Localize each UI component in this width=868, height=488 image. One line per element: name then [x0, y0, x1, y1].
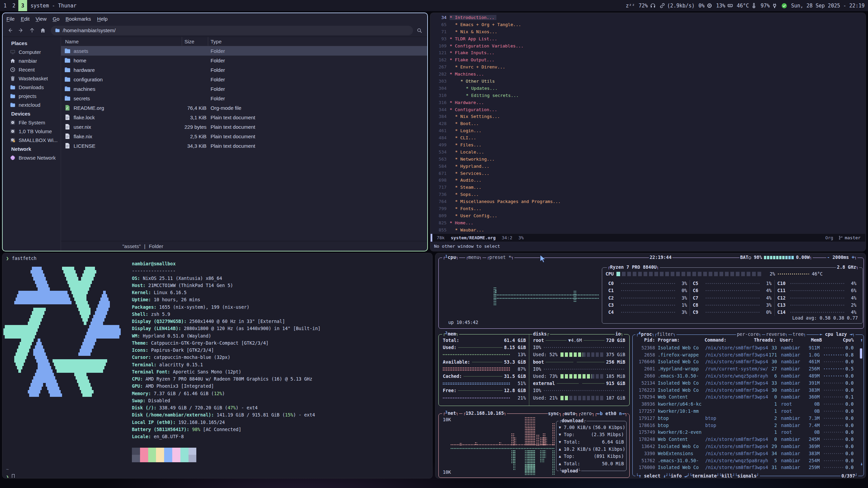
file-row[interactable]: configuration Folder [61, 75, 427, 84]
header-cpu[interactable]: Cpu% [840, 338, 854, 343]
proc-row[interactable]: 52134 Isolated Web Co /nix/store/sm8fmrf… [636, 380, 860, 387]
info-button[interactable]: info [671, 473, 682, 478]
header-threads[interactable]: Threads: [745, 338, 776, 343]
file-row[interactable]: home Folder [61, 56, 427, 65]
tree-button[interactable]: tree┐ [792, 331, 807, 338]
column-header-type[interactable]: Type [208, 39, 427, 44]
proc-row[interactable]: 176646 Isolated Web Co /nix/store/sm8fmr… [636, 359, 860, 366]
header-program[interactable]: Program: [658, 338, 680, 343]
header-memb[interactable]: MemB [806, 338, 822, 343]
header-pid[interactable]: Pid: [636, 338, 655, 343]
scroll-down-arrow[interactable]: ↓ [860, 461, 863, 466]
net-auto[interactable]: auto [565, 411, 575, 416]
file-row[interactable]: machines Folder [61, 84, 427, 94]
idle-inhibitor[interactable]: zᶻᶻ [626, 3, 635, 9]
back-button[interactable] [5, 26, 15, 35]
sidebar-item[interactable]: Downloads [3, 83, 61, 92]
proc-row[interactable]: 176223 Isolated Web Co /nix/store/sm8fmr… [636, 387, 860, 394]
net-tab[interactable]: ┌3net┐ [442, 410, 459, 417]
proc-row[interactable]: 51762 .emacs-31.0.50- /nix/store/wnqz5pa… [636, 457, 860, 464]
net-next-iface[interactable]: n→ [619, 411, 625, 416]
workspace-button[interactable]: 3 [18, 0, 27, 11]
sidebar-item[interactable]: Computer [3, 47, 61, 56]
sidebar-item[interactable]: nambiar [3, 56, 61, 65]
workspace-button[interactable]: 2 [9, 0, 18, 11]
proc-row[interactable]: 2601 .Hyprland-wrapp /run/current-system… [636, 365, 860, 372]
terminate-button[interactable]: terminate [692, 473, 717, 478]
cpu-tab[interactable]: ┌1cpu┐ [442, 254, 459, 261]
menu-item[interactable]: Go [50, 14, 62, 23]
reverse-button[interactable]: reverse┐ [765, 331, 788, 338]
sidebar-item[interactable]: Devices [3, 109, 61, 118]
path-bar[interactable]: /home/nambiar/system/ [51, 26, 413, 35]
sidebar-item[interactable]: 1,0 TB Volume [3, 127, 61, 136]
sidebar-item[interactable]: Browse Network [3, 153, 61, 162]
sidebar-item[interactable]: File System [3, 118, 61, 127]
net-sync[interactable]: sync [548, 411, 559, 416]
preset-button[interactable]: ┌preset *┐ [486, 254, 514, 261]
menu-item[interactable]: File [3, 14, 18, 23]
rate-increase[interactable]: + [852, 254, 854, 261]
sidebar-item[interactable]: projects [3, 92, 61, 100]
scroll-up-arrow[interactable]: ↑ [860, 338, 863, 343]
file-row[interactable]: hardware Folder [61, 65, 427, 75]
menu-button[interactable]: ┌menu┐ [465, 254, 482, 261]
sidebar-item[interactable]: Network [3, 144, 61, 153]
proc-row[interactable]: 178616 btop btop 2 nambiar 7.4M 0.0 [636, 422, 860, 429]
net-zero[interactable]: zero [581, 411, 592, 416]
column-header-name[interactable]: Name [61, 37, 182, 46]
org-buffer[interactable]: 34 * Introduction... 65 * Emacs + Org + … [431, 13, 865, 234]
mem-tab[interactable]: ┌2mem┐ [442, 331, 459, 338]
kill-button[interactable]: kill [722, 473, 732, 478]
sidebar-item[interactable]: Wastebasket [3, 74, 61, 83]
disks-tab[interactable]: disks┌ [532, 331, 550, 338]
file-row[interactable]: flake.lock 3,1 KiB Plain text document [61, 113, 427, 122]
workspace-button[interactable]: 1 [1, 0, 9, 11]
proc-row[interactable]: 175749 kworker/6:2-even 1 root 0B 0.0 [636, 429, 860, 436]
proc-row[interactable]: 52368 Isolated Web Co /nix/store/sm8fmrf… [636, 344, 860, 351]
net-prev-iface[interactable]: ←b [597, 411, 603, 416]
menu-item[interactable]: View [33, 14, 50, 23]
sidebar-item[interactable]: Places [3, 39, 61, 47]
search-button[interactable] [414, 26, 425, 35]
file-row[interactable]: secrets Folder [61, 94, 427, 103]
proc-row[interactable]: 3390 WebExtensions /nix/store/sm8fmrf3wp… [636, 450, 860, 457]
proc-row[interactable]: 179127 btop btop 2 nambiar 7.3M 0.0 [636, 415, 860, 422]
forward-button[interactable] [16, 26, 26, 35]
proc-row[interactable]: 13642 Isolated Web Co /nix/store/sm8fmrf… [636, 443, 860, 450]
proc-row[interactable]: 176000 Isolated Web Co /nix/store/sm8fmr… [636, 464, 860, 471]
terminal[interactable]: ❯ fastfetch nambiar@smallbox -----------… [3, 253, 432, 478]
select-button[interactable]: select [644, 473, 660, 478]
proc-row[interactable]: 38936 kworker/u64:6-kc 1 root 0B 0.0 [636, 401, 860, 408]
file-row[interactable]: user.nix 229 bytes Plain text document [61, 122, 427, 131]
filter-button[interactable]: ┌filter┐ [654, 331, 676, 338]
sidebar-item[interactable]: SMALLBOX Wi... [3, 136, 61, 144]
major-mode[interactable]: Org [825, 235, 833, 240]
proc-row[interactable]: 2660 .emacs-31.0.50- /nix/store/wnqz5pa8… [636, 372, 860, 380]
up-button[interactable] [27, 26, 37, 35]
home-button[interactable] [38, 26, 47, 35]
header-command[interactable]: Command: [705, 338, 727, 343]
file-row[interactable]: LICENSE 34,3 KiB Plain text document [61, 141, 427, 150]
file-row[interactable]: flake.nix 2,5 KiB Plain text document [61, 131, 427, 141]
file-row[interactable]: assets Folder [61, 46, 427, 56]
proc-row[interactable]: 178294 Web Content /nix/store/sm8fmrf3wp… [636, 394, 860, 401]
menu-item[interactable]: Help [94, 14, 111, 23]
column-header-size[interactable]: Size [182, 37, 208, 46]
proc-tab[interactable]: ┌4proc┐ [635, 331, 655, 338]
per-core-button[interactable]: per-core┐ [736, 331, 762, 338]
rate-decrease[interactable]: - [827, 254, 830, 261]
proc-row[interactable]: 178248 Web Content /nix/store/sm8fmrf3wp… [636, 436, 860, 443]
proc-row[interactable]: 2658 .firefox-wrappe /nix/store/sm8fmrf3… [636, 351, 860, 359]
header-user[interactable]: User: [780, 338, 793, 343]
file-row[interactable]: README.org 76,4 KiB Org-mode file [61, 103, 427, 113]
menu-item[interactable]: Edit [18, 14, 33, 23]
menu-item[interactable]: Bookmarks [62, 14, 94, 23]
sidebar-item[interactable]: nextcloud [3, 100, 61, 109]
sort-selector[interactable]: ← cpu lazy →┐ [819, 331, 855, 338]
io-tab[interactable]: io┐ [615, 331, 624, 338]
proc-scrollbar[interactable] [860, 348, 862, 359]
proc-row[interactable]: 177257 kworker/10:1-mm_ 1 root 0B 0.0 [636, 408, 860, 415]
signals-button[interactable]: signals [737, 473, 756, 478]
sidebar-item[interactable]: Recent [3, 65, 61, 74]
